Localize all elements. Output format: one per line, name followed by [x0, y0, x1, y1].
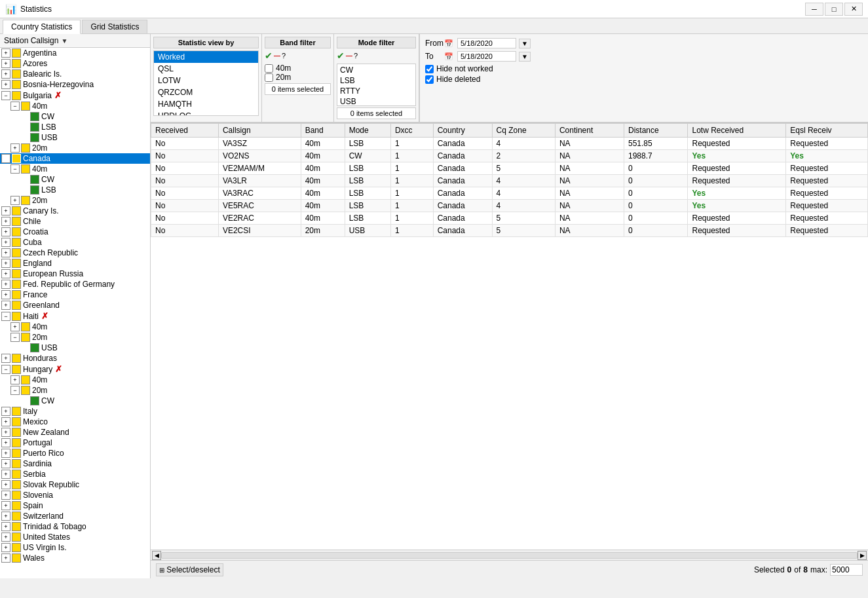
tree-item-bulgaria[interactable]: −Bulgaria✗: [0, 90, 150, 101]
data-table-container[interactable]: ReceivedCallsignBandModeDxccCountryCq Zo…: [151, 122, 868, 550]
tree-item-canary[interactable]: +Canary Is.: [0, 206, 150, 216]
mode-item-lsb[interactable]: LSB: [338, 75, 415, 86]
tree-item-argentina[interactable]: +Argentina: [0, 48, 150, 58]
tree-item-haiti[interactable]: −Haiti✗: [0, 310, 150, 322]
tree-item-fedgermany[interactable]: +Fed. Republic of Germany: [0, 279, 150, 290]
tree-item-mexico[interactable]: +Mexico: [0, 417, 150, 427]
tree-item-croatia[interactable]: +Croatia: [0, 227, 150, 237]
tree-item-canada-40m[interactable]: −40m: [0, 164, 150, 174]
mode-list[interactable]: CWLSBRTTYUSB: [337, 64, 416, 106]
expand-btn-slovak[interactable]: +: [1, 480, 10, 489]
tree-item-europeanrussia[interactable]: +European Russia: [0, 269, 150, 279]
expand-btn-honduras[interactable]: +: [1, 354, 10, 363]
tree-item-sardinia[interactable]: +Sardinia: [0, 458, 150, 469]
hide-not-worked-checkbox[interactable]: [425, 65, 434, 73]
max-value-input[interactable]: [830, 564, 863, 576]
expand-btn-europeanrussia[interactable]: +: [1, 269, 10, 278]
expand-btn-france[interactable]: +: [1, 290, 10, 299]
tree-item-hungary-20m[interactable]: −20m: [0, 385, 150, 396]
tree-item-chile[interactable]: +Chile: [0, 216, 150, 227]
expand-btn-azores[interactable]: +: [1, 59, 10, 68]
tree-item-haiti-20m[interactable]: −20m: [0, 332, 150, 343]
tree-item-trinidad[interactable]: +Trinidad & Tobago: [0, 521, 150, 532]
table-row[interactable]: NoVA3RAC40mLSB1Canada4NA0YesRequested: [151, 187, 868, 200]
expand-btn-bulgaria[interactable]: −: [1, 91, 10, 100]
expand-btn-balearic[interactable]: +: [1, 69, 10, 79]
horizontal-scrollbar[interactable]: ◀ ▶: [151, 550, 868, 560]
tree-item-serbia[interactable]: +Serbia: [0, 469, 150, 479]
expand-btn-bulgaria-20m[interactable]: +: [10, 143, 20, 153]
statview-item-hrdlog[interactable]: HRDLOG: [154, 110, 258, 116]
expand-btn-canada-40m[interactable]: −: [10, 164, 20, 174]
tree-item-bulgaria-40m-cw[interactable]: CW: [0, 111, 150, 122]
from-calendar-button[interactable]: ▼: [519, 39, 531, 48]
expand-btn-trinidad[interactable]: +: [1, 522, 10, 531]
tree-item-switzerland[interactable]: +Switzerland: [0, 511, 150, 521]
expand-btn-greenland[interactable]: +: [1, 301, 10, 310]
tree-item-portugal[interactable]: +Portugal: [0, 438, 150, 448]
expand-btn-usa[interactable]: +: [1, 533, 10, 542]
expand-btn-sardinia[interactable]: +: [1, 459, 10, 468]
mode-item-rtty[interactable]: RTTY: [338, 86, 415, 96]
expand-btn-spain[interactable]: +: [1, 501, 10, 510]
expand-btn-newzealand[interactable]: +: [1, 428, 10, 437]
tree-item-canada[interactable]: −Canada: [0, 153, 150, 164]
tree-item-bulgaria-40m[interactable]: −40m: [0, 101, 150, 111]
band-40m-checkbox[interactable]: [265, 64, 273, 73]
band-20m-checkbox[interactable]: [265, 73, 273, 82]
tree-item-hungary[interactable]: −Hungary✗: [0, 364, 150, 375]
tree-item-hungary-20m-cw[interactable]: CW: [0, 396, 150, 406]
hide-deleted-label[interactable]: Hide deleted: [425, 75, 545, 84]
to-date-input[interactable]: [457, 51, 516, 62]
tree-item-england[interactable]: +England: [0, 258, 150, 269]
expand-btn-haiti-20m[interactable]: −: [10, 333, 20, 342]
tree-item-bulgaria-40m-lsb[interactable]: LSB: [0, 122, 150, 132]
minimize-button[interactable]: ─: [805, 3, 823, 16]
tree-item-newzealand[interactable]: +New Zealand: [0, 427, 150, 438]
tree-item-greenland[interactable]: +Greenland: [0, 300, 150, 310]
statview-item-lotw[interactable]: LOTW: [154, 75, 258, 86]
expand-btn-canada-20m[interactable]: +: [10, 196, 20, 205]
tree-item-usvirgin[interactable]: +US Virgin Is.: [0, 542, 150, 553]
expand-btn-chile[interactable]: +: [1, 217, 10, 226]
tree-item-cuba[interactable]: +Cuba: [0, 237, 150, 248]
scrollbar-track[interactable]: [161, 552, 858, 559]
statview-item-hamqth[interactable]: HAMQTH: [154, 98, 258, 110]
station-callsign-bar[interactable]: Station Callsign ▼: [0, 34, 150, 48]
expand-btn-canary[interactable]: +: [1, 206, 10, 215]
tree-item-bosnia[interactable]: +Bosnia-Herzegovina: [0, 79, 150, 90]
tree-item-slovenia[interactable]: +Slovenia: [0, 490, 150, 500]
expand-btn-hungary-40m[interactable]: +: [10, 375, 20, 384]
expand-btn-switzerland[interactable]: +: [1, 512, 10, 521]
expand-btn-bosnia[interactable]: +: [1, 80, 10, 89]
expand-btn-canada[interactable]: −: [1, 154, 10, 163]
expand-btn-czech[interactable]: +: [1, 248, 10, 257]
scroll-right-button[interactable]: ▶: [858, 551, 867, 560]
tree-item-hungary-40m[interactable]: +40m: [0, 375, 150, 385]
expand-btn-haiti[interactable]: −: [1, 312, 10, 321]
table-row[interactable]: NoVO2NS40mCW1Canada2NA1988.7YesYes: [151, 150, 868, 162]
expand-btn-hungary-20m[interactable]: −: [10, 386, 20, 395]
from-date-input[interactable]: [457, 38, 516, 48]
tree-item-spain[interactable]: +Spain: [0, 500, 150, 511]
tree-item-haiti-20m-usb[interactable]: USB: [0, 343, 150, 353]
tree-item-haiti-40m[interactable]: +40m: [0, 322, 150, 332]
tree-item-france[interactable]: +France: [0, 290, 150, 300]
tree-item-canada-20m[interactable]: +20m: [0, 195, 150, 206]
table-row[interactable]: NoVE2RAC40mLSB1Canada5NA0RequestedReques…: [151, 212, 868, 225]
tree-item-italy[interactable]: +Italy: [0, 406, 150, 417]
expand-btn-wales[interactable]: +: [1, 553, 10, 563]
table-row[interactable]: NoVE2CSI20mUSB1Canada5NA0RequestedReques…: [151, 225, 868, 237]
hide-deleted-checkbox[interactable]: [425, 75, 434, 84]
tree-item-puertorico[interactable]: +Puerto Rico: [0, 448, 150, 458]
table-row[interactable]: NoVE5RAC40mLSB1Canada4NA0YesRequested: [151, 200, 868, 212]
tree-item-bulgaria-40m-usb[interactable]: USB: [0, 132, 150, 143]
expand-btn-portugal[interactable]: +: [1, 438, 10, 447]
expand-btn-puertorico[interactable]: +: [1, 449, 10, 458]
tree-item-slovak[interactable]: +Slovak Republic: [0, 479, 150, 490]
table-row[interactable]: NoVA3SZ40mLSB1Canada4NA551.85RequestedRe…: [151, 138, 868, 150]
to-calendar-button[interactable]: ▼: [519, 52, 531, 62]
expand-btn-usvirgin[interactable]: +: [1, 543, 10, 552]
tab-country-statistics[interactable]: Country Statistics: [3, 20, 81, 34]
expand-btn-bulgaria-40m[interactable]: −: [10, 102, 20, 111]
